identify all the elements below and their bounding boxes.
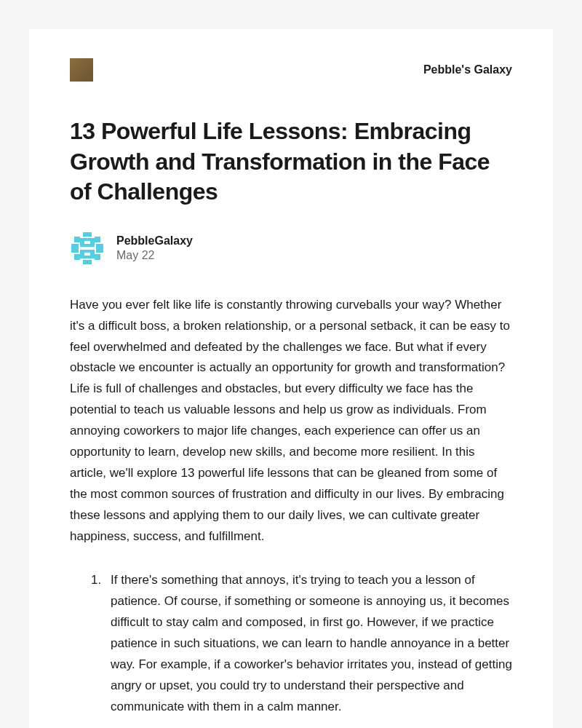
svg-rect-5 — [84, 241, 90, 244]
intro-paragraph: Have you ever felt like life is constant… — [70, 295, 512, 547]
svg-rect-3 — [95, 237, 100, 242]
header: Pebble's Galaxy — [70, 58, 512, 82]
site-logo[interactable] — [70, 58, 93, 82]
author-name[interactable]: PebbleGalaxy — [116, 234, 193, 248]
svg-rect-2 — [74, 237, 80, 242]
svg-rect-10 — [84, 253, 90, 256]
svg-rect-13 — [83, 260, 92, 264]
svg-rect-8 — [83, 247, 92, 250]
svg-rect-1 — [83, 232, 92, 237]
svg-rect-11 — [74, 254, 80, 260]
post-title: 13 Powerful Life Lessons: Embracing Grow… — [70, 116, 512, 207]
svg-rect-6 — [71, 244, 79, 253]
post-date: May 22 — [116, 249, 193, 262]
svg-rect-7 — [96, 244, 103, 253]
avatar-icon — [70, 231, 105, 266]
article-card: Pebble's Galaxy 13 Powerful Life Lessons… — [29, 29, 553, 728]
author-info: PebbleGalaxy May 22 — [116, 234, 193, 262]
svg-rect-12 — [95, 254, 100, 260]
lessons-list: If there's something that annoys, it's t… — [70, 570, 512, 728]
list-item: If there's something that annoys, it's t… — [105, 570, 512, 717]
site-name[interactable]: Pebble's Galaxy — [423, 63, 512, 76]
author-avatar[interactable] — [70, 231, 105, 266]
author-section: PebbleGalaxy May 22 — [70, 231, 512, 266]
